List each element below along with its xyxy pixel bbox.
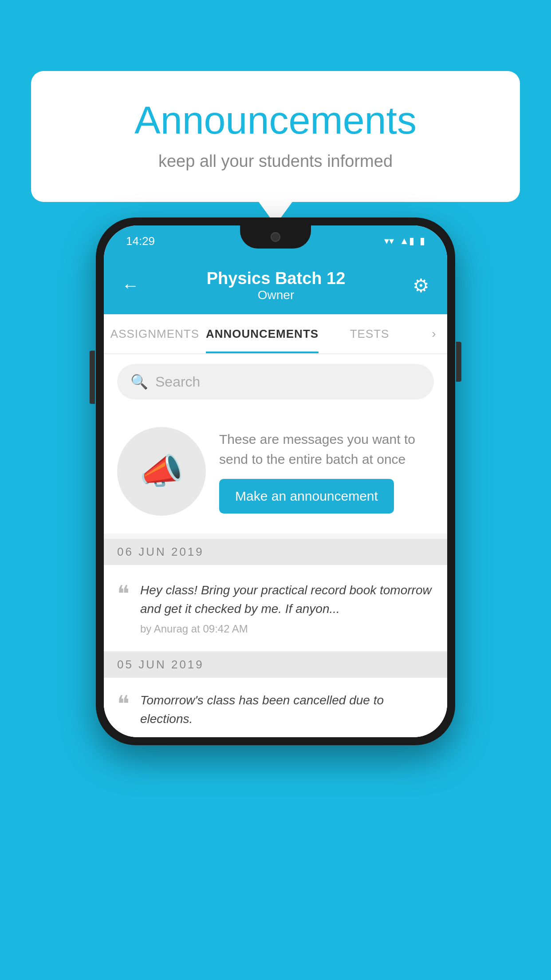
- phone-notch: [240, 225, 311, 249]
- phone-shell: 14:29 ▾▾ ▲▮ ▮ ← Physics Batch 12 Owner ⚙: [96, 217, 455, 745]
- make-announcement-button[interactable]: Make an announcement: [219, 479, 394, 514]
- quote-icon-1: ❝: [117, 583, 130, 606]
- search-placeholder: Search: [155, 374, 200, 390]
- announcement-text-2: Tomorrow's class has been cancelled due …: [140, 691, 434, 728]
- quote-icon-2: ❝: [117, 693, 130, 716]
- camera: [271, 232, 280, 242]
- card-subtitle: keep all your students informed: [67, 152, 484, 171]
- date-separator-2: 05 JUN 2019: [104, 652, 447, 678]
- phone-screen: 14:29 ▾▾ ▲▮ ▮ ← Physics Batch 12 Owner ⚙: [104, 225, 447, 737]
- wifi-icon: ▾▾: [384, 235, 394, 247]
- promo-text: These are messages you want to send to t…: [219, 429, 434, 469]
- phone-device: 14:29 ▾▾ ▲▮ ▮ ← Physics Batch 12 Owner ⚙: [96, 217, 455, 745]
- batch-title: Physics Batch 12: [207, 269, 346, 288]
- tabs-more[interactable]: ›: [421, 314, 447, 353]
- search-bar[interactable]: 🔍 Search: [117, 364, 434, 399]
- promo-icon-circle: 📣: [117, 427, 206, 516]
- promo-section: 📣 These are messages you want to send to…: [104, 409, 447, 533]
- signal-icon: ▲▮: [399, 235, 414, 247]
- status-bar: 14:29 ▾▾ ▲▮ ▮: [104, 225, 447, 257]
- announcement-content-1: Hey class! Bring your practical record b…: [140, 581, 434, 635]
- status-time: 14:29: [126, 234, 155, 248]
- tab-announcements[interactable]: ANNOUNCEMENTS: [206, 314, 319, 353]
- settings-icon[interactable]: ⚙: [413, 275, 429, 296]
- announcement-content-2: Tomorrow's class has been cancelled due …: [140, 691, 434, 733]
- promo-right: These are messages you want to send to t…: [219, 429, 434, 514]
- battery-icon: ▮: [420, 235, 425, 247]
- back-button[interactable]: ←: [122, 276, 139, 296]
- app-bar: ← Physics Batch 12 Owner ⚙: [104, 257, 447, 314]
- tab-tests[interactable]: TESTS: [319, 314, 421, 353]
- status-icons: ▾▾ ▲▮ ▮: [384, 235, 425, 247]
- tabs-bar: ASSIGNMENTS ANNOUNCEMENTS TESTS ›: [104, 314, 447, 354]
- announcement-item-2[interactable]: ❝ Tomorrow's class has been cancelled du…: [104, 678, 447, 737]
- announcement-item-1[interactable]: ❝ Hey class! Bring your practical record…: [104, 565, 447, 652]
- main-content: 🔍 Search 📣 These are messages you want t…: [104, 354, 447, 737]
- tab-assignments[interactable]: ASSIGNMENTS: [104, 314, 206, 353]
- megaphone-icon: 📣: [139, 450, 184, 492]
- announcement-header-card: Announcements keep all your students inf…: [31, 71, 520, 202]
- app-bar-center: Physics Batch 12 Owner: [207, 269, 346, 302]
- search-container: 🔍 Search: [104, 354, 447, 409]
- announcement-meta-1: by Anurag at 09:42 AM: [140, 623, 434, 635]
- card-title: Announcements: [67, 98, 484, 143]
- batch-role: Owner: [207, 288, 346, 302]
- announcement-text-1: Hey class! Bring your practical record b…: [140, 581, 434, 618]
- search-icon: 🔍: [130, 373, 148, 390]
- date-separator-1: 06 JUN 2019: [104, 539, 447, 565]
